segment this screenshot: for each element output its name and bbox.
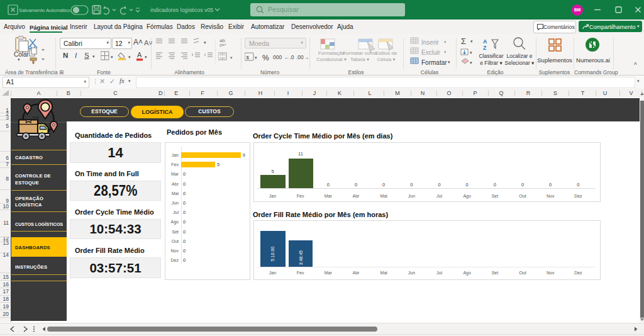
svg-text:▾: ▾ (470, 50, 472, 55)
svg-text:$: $ (247, 55, 250, 60)
svg-text:▾: ▾ (204, 40, 206, 45)
svg-text:A: A (137, 51, 142, 59)
svg-text:▾: ▾ (128, 55, 131, 59)
svg-text:%: % (262, 53, 269, 62)
svg-text:▾: ▾ (230, 55, 233, 60)
svg-text:000: 000 (273, 54, 282, 60)
svg-text:▾: ▾ (255, 55, 257, 60)
svg-text:▾: ▾ (111, 55, 113, 59)
svg-text:←.0: ←.0 (284, 54, 294, 60)
svg-text:A: A (483, 38, 487, 45)
svg-text:▾: ▾ (145, 55, 147, 59)
svg-text:Z: Z (483, 45, 487, 51)
svg-text:.00→: .00→ (296, 54, 309, 60)
svg-text:▾: ▾ (470, 60, 472, 65)
